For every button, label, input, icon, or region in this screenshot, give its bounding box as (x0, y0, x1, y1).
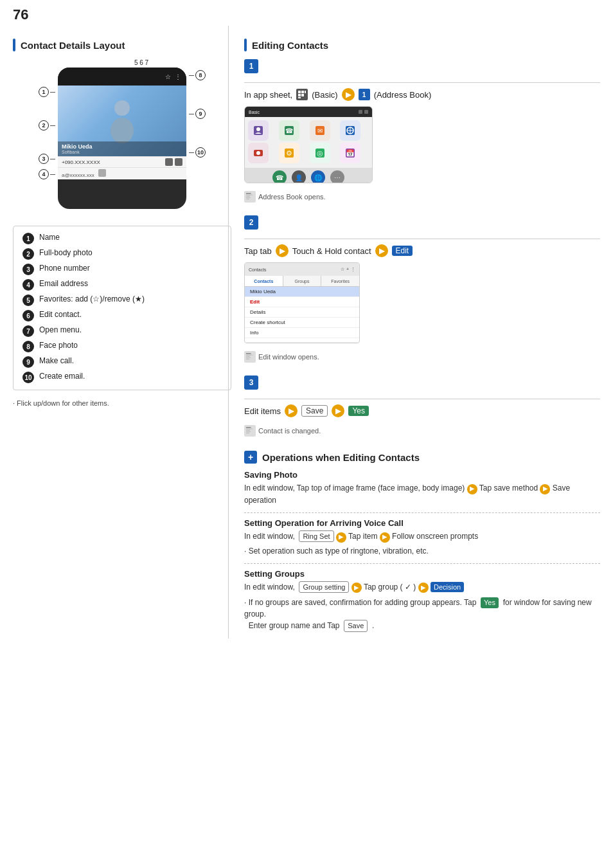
note-symbol-1 (244, 191, 256, 203)
note-icon-2 (245, 352, 254, 361)
saving-arrow-2: ▶ (540, 484, 550, 494)
phone-icon-svg: ☎ (283, 125, 295, 136)
arrow-2a: ▶ (276, 244, 289, 257)
label-8-text: Face photo (39, 341, 78, 350)
group-setting-tag: Group setting (299, 581, 349, 593)
step-1-instruction: In app sheet, (Basic) ▶ 1 (Addre (244, 88, 600, 101)
label-item-6: 6 Edit contact. (22, 310, 222, 321)
label-2-text: Full-body photo (39, 248, 93, 257)
svg-rect-35 (246, 357, 251, 358)
saving-arrow-1: ▶ (467, 484, 477, 494)
svg-rect-33 (246, 355, 251, 356)
address-book-label: (Address Book) (374, 90, 432, 100)
label-5-text: Favorites: add (☆)/remove (★) (39, 294, 145, 303)
star-btn: ☆ (341, 267, 344, 272)
step-2-note: Edit window opens. (244, 351, 319, 363)
edit-tag: Edit (392, 246, 413, 256)
step-2-instruction: Tap tab ▶ Touch & Hold contact ▶ Edit (244, 244, 600, 257)
ann-badge-1: 1 (39, 87, 49, 97)
address-book-icon: 1 (359, 89, 370, 100)
contact-list-title: Contacts (249, 267, 267, 272)
ann-badge-9: 9 (195, 109, 206, 119)
groups-arrow-1: ▶ (351, 583, 362, 593)
groups-note: · If no groups are saved, confirmation f… (244, 597, 600, 632)
svg-rect-7 (298, 97, 301, 98)
email-action (98, 169, 106, 177)
dock-contacts: 👤 (292, 170, 306, 183)
step-3-text: Edit items (244, 406, 281, 416)
label-list: 1 Name 2 Full-body photo 3 Phone number … (13, 226, 231, 390)
contact-details-item: Details (245, 307, 359, 318)
contact-name: Mikio Ueda (62, 143, 182, 150)
tab-groups[interactable]: Groups (283, 276, 322, 286)
groups-text: In edit window, Group setting ▶ Tap grou… (244, 581, 600, 593)
svg-rect-28 (246, 196, 250, 197)
svg-point-0 (114, 100, 130, 116)
svg-rect-30 (246, 199, 249, 199)
star-icon: ☆ (165, 73, 171, 80)
badge-1: 1 (22, 233, 34, 244)
phone-num-display: +090.XXX.XXXX (62, 159, 100, 165)
label-item-7: 7 Open menu. (22, 325, 222, 337)
app-icon-2: ☎ (279, 120, 299, 141)
contact-list-top: Contacts ☆ + ⋮ (245, 263, 359, 276)
label-7-text: Open menu. (39, 325, 82, 334)
contact-list-mockup: Contacts ☆ + ⋮ Contacts Groups Favorites… (244, 262, 360, 343)
operations-header: + Operations when Editing Contacts (244, 451, 600, 464)
blue-bar-left (13, 39, 15, 51)
ann-badge-3: 3 (39, 154, 49, 164)
app-icon-4 (340, 120, 360, 141)
svg-text:📅: 📅 (346, 149, 355, 158)
step-3-block: 3 Edit items ▶ Save ▶ Yes (244, 375, 600, 440)
browser-icon-svg (344, 125, 356, 136)
label-4-text: Email address (39, 279, 88, 288)
svg-rect-42 (246, 433, 249, 433)
left-section-title: Contact Details Layout (21, 40, 125, 51)
contact-photo-overlay: Mikio Ueda Softbank (58, 141, 186, 156)
note-icon-3 (245, 426, 254, 435)
app-icon-8: 📅 (340, 143, 360, 163)
app-dock: ☎ 👤 🌐 ⋯ (245, 168, 372, 183)
settings-icon-svg: ⚙ (283, 147, 295, 159)
svg-rect-36 (246, 359, 249, 359)
app-icon-3: ✉ (310, 120, 330, 141)
badge-6: 6 (22, 310, 34, 321)
grid-icon-svg (298, 90, 306, 99)
voice-call-title: Setting Operation for Arriving Voice Cal… (244, 518, 600, 528)
ann-badge-2: 2 (39, 120, 49, 131)
blue-bar-right (244, 39, 247, 51)
svg-text:✉: ✉ (317, 127, 323, 134)
tab-favorites[interactable]: Favorites (321, 276, 359, 286)
left-annotations: 1 2 3 4 (39, 77, 55, 179)
badge-5: 5 (22, 294, 34, 306)
contact-list-tabs: Contacts Groups Favorites (245, 276, 359, 287)
arrow-3b: ▶ (332, 404, 344, 417)
step-1-note: Address Book opens. (244, 191, 326, 203)
label-item-9: 9 Make call. (22, 356, 222, 368)
svg-rect-2 (298, 91, 301, 93)
contact-info-item: Info (245, 328, 359, 338)
step-3-note-text: Contact is changed. (258, 427, 321, 435)
operations-title: Operations when Editing Contacts (262, 452, 420, 463)
svg-rect-39 (246, 429, 251, 429)
dock-phone: ☎ (272, 170, 287, 183)
step-1-block: 1 In app sheet, (Basic) ▶ (244, 59, 600, 206)
voice-call-text: In edit window, Ring Set ▶ Tap item ▶ Fo… (244, 530, 600, 543)
label-item-4: 4 Email address (22, 279, 222, 291)
step-2-badge: 2 (244, 215, 258, 230)
phone-mockup: ☆ ⋮ Mikio Ueda Softbank (58, 68, 186, 209)
label-item-1: 1 Name (22, 233, 222, 244)
step-2-block: 2 Tap tab ▶ Touch & Hold contact ▶ Edit … (244, 215, 600, 366)
tab-contacts[interactable]: Contacts (245, 276, 283, 286)
decision-tag: Decision (431, 582, 464, 593)
arrow-2b: ▶ (375, 244, 388, 257)
svg-point-19 (256, 151, 260, 155)
email-display: a@xxxxxx.xxx (62, 172, 94, 178)
app-sheet-icon (296, 89, 308, 100)
op-divider-2 (244, 563, 600, 564)
menu-icon: ⋮ (175, 73, 181, 80)
groups-arrow-2: ▶ (418, 583, 429, 593)
top-numbers-annotation: 5 6 7 (77, 59, 206, 66)
label-6-text: Edit contact. (39, 310, 82, 319)
saving-photo-section: Saving Photo In edit window, Tap top of … (244, 470, 600, 506)
